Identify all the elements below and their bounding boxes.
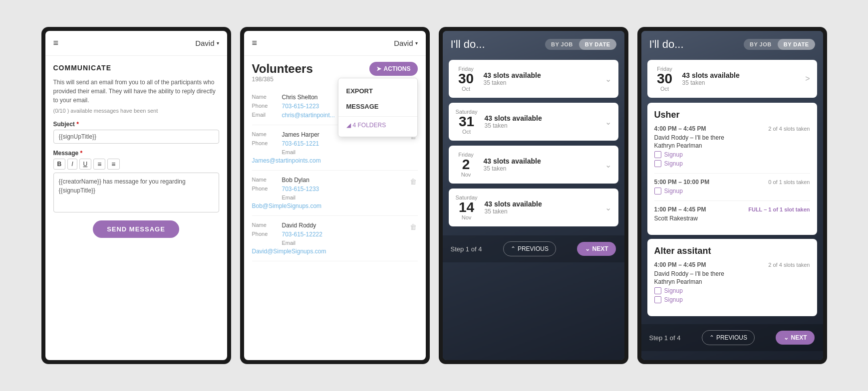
selected-slots-taken: 35 taken [682,79,799,86]
previous-button-4[interactable]: ⌃ PREVIOUS [702,330,755,345]
s3-footer: Step 1 of 4 ⌃ PREVIOUS ⌄ NEXT [443,235,624,262]
date-card-2[interactable]: Friday 2 Nov 43 slots available 35 taken… [449,146,618,184]
selected-date-card[interactable]: Friday 30 Oct 43 slots available 35 take… [647,60,817,98]
signup-label-alter-1-2[interactable]: Signup [664,296,683,303]
slots-taken-1: 35 taken [485,122,598,129]
signup-checkbox-alter-1-1[interactable] [654,287,661,294]
time-row-2: 5:00 PM – 10:00 PM 0 of 1 slots taken [654,179,810,186]
volunteers-count: 198/385 [252,76,313,83]
phone-label-3: Phone [252,186,282,193]
italic-button[interactable]: I [67,159,77,170]
previous-button-3[interactable]: ⌃ PREVIOUS [503,241,556,256]
tab-by-date-3[interactable]: BY DATE [579,39,616,50]
hamburger-icon-2[interactable]: ≡ [252,38,258,48]
email-label-4: Email [282,240,409,246]
step-indicator-4: Step 1 of 4 [649,334,681,342]
time-slot-usher-3: 1:00 PM – 4:45 PM FULL – 1 of 1 slot tak… [654,206,810,222]
slots-taken-0: 35 taken [484,79,598,86]
date-info-0: 43 slots available 35 taken [484,71,598,86]
slots-available-1: 43 slots available [485,114,598,122]
tab-by-job-3[interactable]: BY JOB [545,39,579,50]
actions-button[interactable]: ➤ ACTIONS [369,62,418,76]
signup-checkbox-2-1[interactable] [654,188,661,195]
vol-phone-3[interactable]: 703-615-1233 [282,186,409,193]
date-card-3[interactable]: Saturday 14 Nov 43 slots available 35 ta… [449,189,618,226]
next-button-3[interactable]: ⌄ NEXT [577,242,616,256]
date-card-0[interactable]: Friday 30 Oct 43 slots available 35 take… [449,60,618,98]
date-card-1[interactable]: Saturday 31 Oct 43 slots available 35 ta… [449,103,618,141]
signup-label-1-2[interactable]: Signup [664,160,683,167]
slots-available-0: 43 slots available [484,71,598,79]
subject-input[interactable] [53,130,219,144]
vol-name-3: Bob Dylan [282,177,409,184]
screen-by-date-expanded: I'll do... BY JOB BY DATE Friday 30 Oct [641,31,823,360]
signup-checkbox-alter-1-2[interactable] [654,296,661,303]
header-1: ≡ David ▾ [45,31,227,56]
signup-row-1-1: Signup [654,151,810,158]
vol-email-2[interactable]: James@startinpoints.com [252,157,282,164]
date-month-2: Nov [456,172,477,178]
signup-label-alter-1-1[interactable]: Signup [664,287,683,294]
slots-available-3: 43 slots available [485,200,598,208]
chevron-icon-2: ⌄ [605,160,611,170]
time-slot-usher-2: 5:00 PM – 10:00 PM 0 of 1 slots taken Si… [654,179,810,195]
s4-title: I'll do... [649,38,684,51]
next-button-4[interactable]: ⌄ NEXT [776,331,815,345]
tab-by-job-4[interactable]: BY JOB [744,39,778,50]
phone-frame-1: ≡ David ▾ COMMUNICATE This will send an … [41,27,231,364]
signup-label-1-1[interactable]: Signup [664,151,683,158]
underline-button[interactable]: U [79,159,92,170]
down-arrow-icon-4: ⌄ [784,334,789,341]
screen-by-date: I'll do... BY JOB BY DATE Friday 30 Oct [443,31,624,360]
date-month-1: Oct [456,129,478,135]
delete-icon-3[interactable]: 🗑 [409,177,418,186]
filter-icon: ◢ [346,122,351,129]
tab-by-date-4[interactable]: BY DATE [778,39,815,50]
signup-row-alter-1-1: Signup [654,287,810,294]
unordered-list-button[interactable]: ≡ [93,159,105,170]
ordered-list-button[interactable]: ≡ [107,159,119,170]
date-block-0: Friday 30 Oct [456,66,477,92]
phone-frame-3: I'll do... BY JOB BY DATE Friday 30 Oct [439,27,628,364]
person-1-1: David Roddy – I'll be there [654,134,810,141]
selected-slots-available: 43 slots available [682,71,799,79]
vol-email-3[interactable]: Bob@SimpleSignups.com [252,202,282,209]
bold-button[interactable]: B [53,159,66,170]
date-month-3: Nov [456,214,478,220]
user-name-2: David [394,39,413,47]
message-option[interactable]: MESSAGE [338,99,417,114]
message-body[interactable]: {{creatorName}} has message for you rega… [53,173,219,212]
folders-option[interactable]: ◢ 4 FOLDERS [338,119,417,132]
delete-icon-4[interactable]: 🗑 [409,222,418,231]
user-menu[interactable]: David ▾ [195,39,219,47]
chevron-icon-3: ⌄ [605,203,611,212]
person-alter-1-1: David Roddy – I'll be there [654,270,810,277]
date-info-3: 43 slots available 35 taken [485,200,598,215]
vol-phone-4[interactable]: 703-615-12222 [282,231,409,238]
communicate-description: This will send an email from you to all … [53,78,219,105]
time-label-1: 4:00 PM – 4:45 PM [654,125,706,132]
header-2: ≡ David ▾ [244,31,426,56]
person-alter-1-2: Kathryn Pearlman [654,278,810,285]
selected-date-num: 30 [654,72,675,86]
signup-checkbox-1-2[interactable] [654,160,661,167]
time-row-alter-1: 4:00 PM – 4:45 PM 2 of 4 slots taken [654,261,810,268]
time-slot-usher-1: 4:00 PM – 4:45 PM 2 of 4 slots taken Dav… [654,125,810,167]
up-arrow-icon: ⌃ [511,245,516,252]
slots-taken-3: 35 taken [485,208,598,215]
hamburger-icon[interactable]: ≡ [53,38,59,48]
user-menu-2[interactable]: David ▾ [394,39,417,47]
time-row-1: 4:00 PM – 4:45 PM 2 of 4 slots taken [654,125,810,132]
signup-label-2-1[interactable]: Signup [664,188,683,195]
down-arrow-icon: ⌄ [585,245,590,252]
send-message-button[interactable]: SEND MESSAGE [93,220,179,238]
vol-email-4[interactable]: David@SimpleSignups.com [252,248,282,255]
chevron-down-icon-2: ▾ [415,40,418,46]
job-section-usher: Usher 4:00 PM – 4:45 PM 2 of 4 slots tak… [647,103,817,235]
signup-checkbox-1-1[interactable] [654,151,661,158]
volunteers-title: Volunteers [252,62,313,76]
export-option[interactable]: EXPORT [338,83,417,99]
communicate-title: COMMUNICATE [53,64,219,72]
up-arrow-icon-4: ⌃ [709,334,714,341]
vol-phone-2[interactable]: 703-615-1221 [282,140,409,147]
